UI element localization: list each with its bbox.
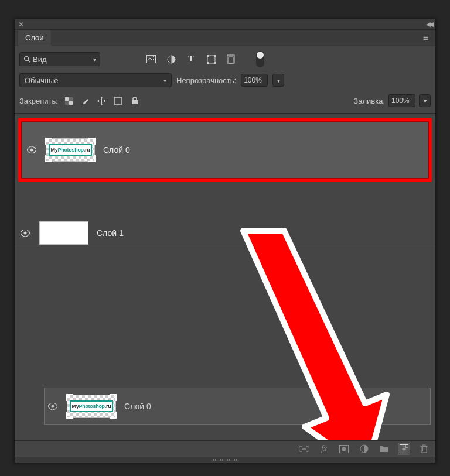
layer-filter-row: Вид ▾ T — [15, 46, 435, 71]
svg-rect-12 — [65, 97, 69, 101]
svg-point-24 — [52, 405, 54, 408]
thumbnail-content: MyPhotoshop.ru — [70, 400, 113, 412]
toggle-dot — [257, 52, 264, 59]
svg-point-3 — [153, 56, 154, 57]
fill-label: Заливка: — [353, 97, 385, 105]
new-layer-icon[interactable] — [398, 443, 410, 455]
filter-type-label: Вид — [33, 55, 47, 64]
visibility-eye-icon[interactable] — [21, 230, 31, 237]
lock-label: Закрепить: — [19, 97, 58, 105]
shape-filter-icon[interactable] — [206, 54, 216, 64]
layer-row[interactable]: Слой 1 — [15, 218, 435, 248]
layer-row[interactable]: MyPhotoshop.ru Слой 0 — [21, 121, 429, 179]
visibility-eye-icon — [48, 403, 59, 410]
mask-icon[interactable] — [338, 443, 350, 455]
svg-rect-8 — [207, 62, 209, 64]
filter-type-select[interactable]: Вид ▾ — [19, 52, 100, 66]
svg-rect-34 — [422, 445, 425, 446]
svg-rect-7 — [214, 55, 216, 57]
close-icon[interactable]: ✕ — [18, 20, 24, 29]
fx-icon[interactable]: fx — [318, 443, 330, 455]
layer-name[interactable]: Слой 1 — [97, 228, 124, 238]
panel-titlebar: ✕ ◀◀ — [15, 19, 435, 30]
lock-row: Закрепить: Заливка: — [15, 90, 435, 114]
layer-thumbnail[interactable] — [39, 221, 88, 245]
drag-ghost-layer: MyPhotoshop.ru Слой 0 — [44, 388, 431, 425]
svg-point-22 — [30, 149, 33, 152]
search-icon — [23, 56, 30, 63]
fill-input[interactable]: 100% — [388, 94, 415, 107]
annotation-highlight: MyPhotoshop.ru Слой 0 — [18, 118, 432, 182]
layers-panel: ✕ ◀◀ Слои ≡ Вид ▾ — [14, 19, 436, 463]
annotation-arrow — [226, 225, 390, 440]
tab-layers[interactable]: Слои — [18, 30, 51, 46]
layer-thumbnail[interactable]: MyPhotoshop.ru — [46, 138, 95, 162]
grip-icon — [213, 459, 237, 461]
adjustment-layer-icon[interactable] — [358, 443, 370, 455]
fill-flyout-icon[interactable]: ▾ — [419, 94, 431, 107]
opacity-value: 100% — [244, 76, 262, 84]
opacity-input[interactable]: 100% — [241, 74, 268, 87]
lock-icons — [64, 95, 140, 106]
layer-name: Слой 0 — [124, 402, 151, 411]
lock-artboard-icon[interactable] — [113, 95, 124, 106]
image-filter-icon[interactable] — [146, 54, 156, 64]
thumbnail-content: MyPhotoshop.ru — [49, 144, 92, 156]
layer-name[interactable]: Слой 0 — [103, 145, 130, 155]
opacity-label: Непрозрачность: — [176, 76, 236, 85]
layers-list: MyPhotoshop.ru Слой 0 Слой 1 — [15, 114, 435, 440]
drag-ghost-header — [44, 377, 431, 388]
layers-footer: fx — [15, 440, 435, 457]
svg-rect-15 — [65, 101, 69, 105]
lock-paint-icon[interactable] — [80, 95, 91, 106]
adjustment-filter-icon[interactable] — [166, 54, 176, 64]
svg-point-27 — [342, 447, 346, 451]
smartobject-filter-icon[interactable] — [226, 54, 236, 64]
svg-rect-9 — [214, 62, 216, 64]
svg-point-23 — [24, 231, 27, 234]
fill-value: 100% — [391, 97, 410, 105]
filter-toggle[interactable] — [256, 51, 264, 67]
trash-icon[interactable] — [418, 443, 429, 455]
chevron-down-icon: ▾ — [163, 77, 166, 84]
layer-thumbnail: MyPhotoshop.ru — [67, 395, 116, 418]
layer-gap — [15, 182, 435, 218]
panel-menu-icon[interactable]: ≡ — [420, 30, 432, 46]
lock-all-icon[interactable] — [129, 95, 140, 106]
chevron-down-icon: ▾ — [93, 56, 96, 63]
link-icon[interactable] — [298, 443, 310, 455]
svg-line-1 — [28, 60, 30, 62]
svg-marker-25 — [243, 231, 387, 440]
svg-rect-13 — [69, 101, 73, 105]
lock-move-icon[interactable] — [97, 95, 107, 106]
svg-rect-16 — [115, 98, 121, 104]
svg-point-0 — [25, 57, 29, 61]
panel-tabbar: Слои ≡ — [15, 30, 435, 46]
svg-rect-14 — [69, 97, 73, 101]
svg-rect-21 — [132, 100, 138, 104]
blend-mode-label: Обычные — [25, 76, 58, 85]
type-filter-icon[interactable]: T — [186, 54, 196, 64]
group-icon[interactable] — [378, 443, 390, 455]
blend-mode-row: Обычные ▾ Непрозрачность: 100% ▾ — [15, 71, 435, 90]
opacity-flyout-icon[interactable]: ▾ — [272, 74, 284, 87]
lock-transparent-icon[interactable] — [64, 95, 74, 106]
blend-mode-select[interactable]: Обычные ▾ — [19, 73, 172, 87]
collapse-icon[interactable]: ◀◀ — [426, 20, 432, 28]
svg-rect-6 — [207, 55, 209, 57]
visibility-eye-icon[interactable] — [27, 146, 38, 153]
svg-rect-11 — [229, 57, 233, 63]
panel-resize-handle[interactable] — [15, 457, 435, 463]
